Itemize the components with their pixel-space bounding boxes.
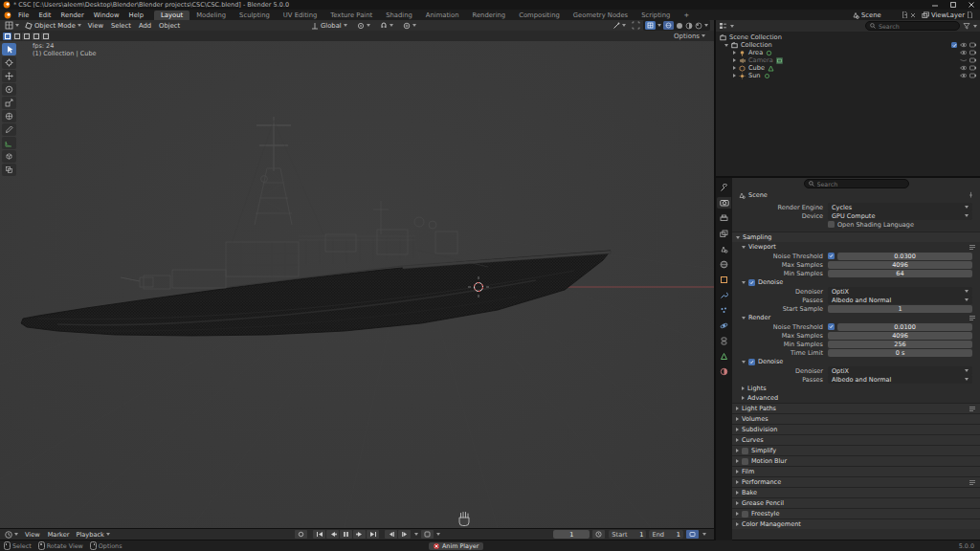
start-sample-value[interactable]: 1 [828, 305, 972, 313]
pause-button[interactable] [340, 530, 352, 539]
tool-rotate[interactable] [2, 83, 16, 96]
sampling-render-header[interactable]: Render [732, 313, 980, 322]
shading-dropdown[interactable] [704, 24, 708, 27]
preset-icon[interactable] [969, 244, 976, 251]
passes-dropdown[interactable]: Albedo and Normal [828, 296, 972, 304]
workspace-tab-modeling[interactable]: Modeling [189, 11, 233, 20]
show-gizmo-toggle[interactable] [645, 21, 656, 30]
end-frame-field[interactable]: End1 [649, 530, 683, 539]
render-denoise-header[interactable]: Denoise [732, 357, 980, 366]
frame-back-button[interactable] [385, 530, 397, 539]
time-limit-value[interactable]: 0 s [828, 349, 972, 357]
tab-tool[interactable] [717, 182, 731, 193]
tab-object[interactable] [717, 274, 731, 285]
osl-checkbox[interactable] [828, 221, 835, 228]
pin-icon[interactable] [968, 191, 974, 198]
render-camera-icon[interactable] [969, 65, 976, 72]
outliner-row-camera[interactable]: Camera [716, 56, 980, 64]
timeline-menu-view[interactable]: View [21, 531, 44, 539]
denoiser-dropdown[interactable]: OptiX [828, 366, 972, 375]
render-camera-icon[interactable] [969, 50, 976, 56]
section-subdivision[interactable]: Subdivision [732, 424, 980, 434]
viewport-menu-add[interactable]: Add [135, 22, 155, 30]
filter-icon[interactable] [963, 22, 970, 30]
outliner-editor-icon[interactable] [719, 22, 727, 30]
shading-material-icon[interactable] [685, 22, 693, 30]
workspace-tab-animation[interactable]: Animation [419, 11, 466, 20]
viewport-canvas[interactable] [0, 20, 714, 528]
menu-file[interactable]: File [13, 11, 33, 19]
render-engine-dropdown[interactable]: Cycles [828, 203, 972, 211]
outliner-row-scene-collection[interactable]: Scene Collection [716, 33, 980, 41]
outliner-filter-dropdown[interactable] [973, 25, 977, 28]
render-camera-icon[interactable] [969, 57, 976, 64]
tab-physics[interactable] [717, 320, 731, 331]
tab-scene[interactable] [717, 243, 731, 254]
max-samples-value[interactable]: 4096 [828, 261, 972, 269]
previous-keyframe-button[interactable] [326, 530, 339, 539]
hide-eye-closed-icon[interactable] [960, 57, 967, 64]
tab-output[interactable] [717, 212, 731, 224]
workspace-tab-sculpting[interactable]: Sculpting [233, 11, 277, 20]
editor-type-selector[interactable] [2, 21, 22, 30]
preset-icon[interactable] [969, 315, 976, 321]
freestyle-checkbox[interactable] [742, 511, 748, 518]
preset-icon[interactable] [969, 479, 976, 486]
denoise-checkbox[interactable] [748, 279, 755, 286]
timeline-menu-marker[interactable]: Marker [44, 531, 74, 539]
pivot-point-dropdown[interactable] [354, 22, 373, 30]
collection-hide-eye-icon[interactable] [960, 42, 967, 49]
section-grease-pencil[interactable]: Grease Pencil [732, 497, 980, 508]
min-samples-value[interactable]: 256 [828, 341, 972, 348]
overlays-toggle[interactable] [663, 21, 674, 30]
viewport-menu-select[interactable]: Select [107, 22, 135, 30]
properties-search[interactable] [804, 179, 909, 188]
outliner-row-collection[interactable]: Collection [716, 41, 980, 49]
tool-measure[interactable] [2, 137, 16, 149]
viewport-denoise-header[interactable]: Denoise [732, 277, 980, 287]
render-camera-icon[interactable] [969, 73, 976, 79]
tweak-tool-dropdown[interactable] [610, 22, 629, 30]
tool-transform[interactable] [2, 110, 16, 122]
menu-edit[interactable]: Edit [33, 11, 56, 19]
timeline-menu-playback[interactable]: Playback [73, 531, 112, 539]
frame-forward-button[interactable] [398, 530, 411, 539]
render-region-icon[interactable] [632, 21, 640, 30]
select-mode-extend[interactable] [12, 33, 21, 40]
transform-orientation-dropdown[interactable]: Global [308, 22, 350, 30]
outliner-row-area[interactable]: Area [716, 49, 980, 56]
playback-popover[interactable] [414, 533, 418, 536]
tool-extra[interactable] [2, 164, 16, 176]
noise-threshold-value[interactable]: 0.0300 [837, 253, 972, 260]
properties-search-input[interactable] [817, 181, 894, 187]
workspace-tab-texture-paint[interactable]: Texture Paint [323, 11, 379, 20]
menu-render[interactable]: Render [56, 11, 89, 19]
section-curves[interactable]: Curves [732, 434, 980, 445]
section-bake[interactable]: Bake [732, 487, 980, 497]
workspace-tab-compositing[interactable]: Compositing [512, 11, 567, 20]
min-samples-value[interactable]: 64 [828, 270, 972, 277]
keying-set-button[interactable] [421, 530, 434, 539]
workspace-tab-shading[interactable]: Shading [379, 11, 419, 20]
new-view-layer-icon[interactable] [967, 11, 973, 18]
simplify-checkbox[interactable] [742, 448, 748, 454]
select-mode-intersect[interactable] [41, 33, 50, 40]
section-freestyle[interactable]: Freestyle [732, 508, 980, 518]
noise-threshold-value[interactable]: 0.0100 [837, 323, 972, 331]
app-menu-icon[interactable] [4, 11, 11, 19]
denoiser-dropdown[interactable]: OptiX [828, 287, 972, 296]
view-layer-selector[interactable]: ViewLayer [919, 11, 976, 19]
tab-render[interactable] [717, 197, 731, 209]
section-motion-blur[interactable]: Motion Blur [732, 455, 980, 466]
playback-sync-dropdown[interactable] [686, 530, 699, 539]
outliner-row-cube[interactable]: Cube [716, 64, 980, 72]
proportional-editing-toggle[interactable] [400, 22, 419, 30]
noise-threshold-checkbox[interactable] [828, 323, 835, 330]
hide-eye-icon[interactable] [960, 50, 967, 56]
current-frame-field[interactable]: 1 [553, 530, 590, 539]
mode-dropdown[interactable]: Object Mode [22, 22, 84, 30]
sampling-viewport-header[interactable]: Viewport [732, 242, 980, 252]
outliner-search[interactable] [865, 21, 960, 31]
timeline-editor-selector[interactable] [2, 531, 21, 539]
workspace-tab-geometry-nodes[interactable]: Geometry Nodes [567, 11, 635, 20]
